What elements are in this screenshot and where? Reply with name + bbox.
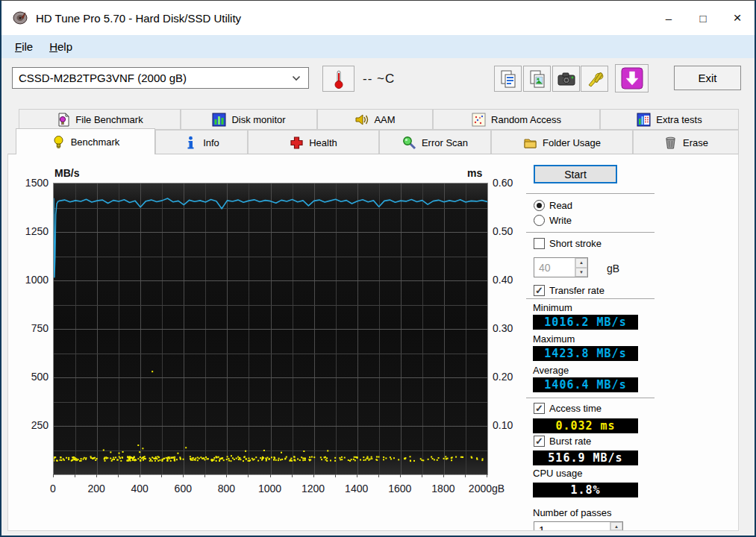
x-tick-label: 1600 [388,483,411,494]
passes-value: 1 [534,522,610,531]
temperature-button[interactable] [322,66,354,92]
short-stroke-size-value: 40 [534,258,575,277]
app-window: HD Tune Pro 5.70 - Hard Disk/SSD Utility… [0,0,756,537]
y-right-tick-label: 0.10 [493,419,513,431]
info-icon [184,136,198,150]
maximum-value: 1423.8 MB/s [533,346,638,361]
minimize-button[interactable]: – [652,1,686,35]
tab-disk-monitor[interactable]: Disk monitor [181,109,317,130]
x-tick-label: 200 [87,483,104,494]
tab-aam[interactable]: AAM [317,109,433,130]
write-radio-row[interactable]: Write [534,215,572,226]
copy-text-icon [499,69,517,89]
access-time-row[interactable]: ✓ Access time [534,403,602,414]
menu-file[interactable]: File [12,39,36,54]
tab-extra-tests[interactable]: Extra tests [600,109,739,130]
options-button[interactable] [581,66,608,92]
tab-error-scan[interactable]: Error Scan [379,130,491,154]
benchmark-page: MB/s ms 150012501000750500250 0.600.500.… [7,154,739,531]
copy-image-icon [528,69,546,89]
x-tick-mark [226,474,227,477]
x-tick-mark [270,474,271,477]
x-tick-label: 2000gB [469,483,504,494]
device-selector[interactable]: CSSD-M2B2TPG3VNF (2000 gB) [12,67,309,89]
x-tick-label: 1000 [258,483,281,494]
short-stroke-row[interactable]: Short stroke [534,238,602,249]
short-stroke-checkbox[interactable] [534,238,545,249]
read-radio[interactable] [534,200,545,211]
tab-file-benchmark[interactable]: File Benchmark [19,109,181,130]
cpu-usage-label: CPU usage [533,468,582,479]
burst-rate-checkbox[interactable]: ✓ [534,436,545,447]
short-stroke-unit-label: gB [607,263,619,274]
menu-bar: File Help [1,35,755,58]
spinner-down-icon[interactable]: ▼ [575,268,587,277]
x-tick-mark [53,474,54,477]
x-tick-mark [140,474,140,477]
camera-icon [557,71,576,87]
copy-image-button[interactable] [523,66,551,92]
spinner-up-icon[interactable]: ▲ [610,522,622,530]
tab-label: Erase [683,137,708,148]
x-tick-mark [292,474,293,477]
health-cross-icon [290,136,304,150]
read-radio-label: Read [549,200,572,211]
transfer-rate-label: Transfer rate [549,285,605,296]
x-tick-label: 0 [50,483,56,494]
access-time-checkbox[interactable]: ✓ [534,403,545,414]
copy-text-button[interactable] [494,66,522,92]
tab-health[interactable]: Health [248,130,379,154]
maximize-button[interactable]: □ [686,1,720,35]
x-tick-label: 1800 [431,483,454,494]
y-left-tick-label: 750 [14,322,49,334]
tab-folder-usage[interactable]: Folder Usage [491,130,633,154]
read-radio-row[interactable]: Read [534,200,572,211]
tab-label: File Benchmark [75,114,143,125]
y-left-tick-label: 500 [14,371,49,383]
screenshot-button[interactable] [552,66,580,92]
spinner-up-icon[interactable]: ▲ [575,258,587,268]
y-left-tick-label: 1250 [14,225,49,237]
tab-erase[interactable]: Erase [633,130,739,154]
spinner-down-icon[interactable]: ▼ [610,530,622,531]
x-tick-mark [161,474,162,477]
y-left-tick-label: 1500 [14,177,49,189]
short-stroke-size-spinner[interactable]: 40 ▲ ▼ [534,257,588,277]
average-label: Average [533,365,569,376]
tab-label: Extra tests [656,114,702,125]
short-stroke-label: Short stroke [549,238,602,249]
x-tick-mark [183,474,184,477]
write-radio-label: Write [549,215,572,226]
extra-tests-icon [637,113,651,127]
tab-info[interactable]: Info [155,130,248,154]
passes-spinner[interactable]: 1 ▲ ▼ [534,521,623,531]
minimum-value: 1016.2 MB/s [533,315,638,330]
tab-label: Benchmark [71,136,120,148]
menu-help[interactable]: Help [46,39,75,54]
random-access-icon [472,113,486,127]
transfer-rate-row[interactable]: ✓ Transfer rate [534,285,605,296]
tab-random-access[interactable]: Random Access [433,109,600,130]
benchmark-bulb-icon [51,135,66,149]
start-button[interactable]: Start [534,165,617,183]
x-tick-mark [75,474,75,477]
separator [526,193,655,194]
maximum-label: Maximum [533,333,575,345]
close-button[interactable]: × [720,1,755,35]
x-tick-label: 1200 [302,483,325,494]
y-right-tick-label: 0.40 [493,274,513,286]
x-tick-mark [204,474,205,477]
tab-benchmark[interactable]: Benchmark [16,128,155,154]
burst-rate-row[interactable]: ✓ Burst rate [534,436,591,447]
file-benchmark-icon [56,113,70,127]
x-tick-label: 1400 [345,483,368,494]
tab-label: Disk monitor [231,114,285,125]
x-tick-mark [465,474,466,477]
transfer-rate-checkbox[interactable]: ✓ [534,285,545,296]
passes-label: Number of passes [533,507,612,518]
save-button[interactable] [615,64,649,92]
save-download-icon [621,67,643,90]
exit-button[interactable]: Exit [674,66,741,90]
tab-label: Random Access [491,114,561,125]
write-radio[interactable] [534,215,545,226]
